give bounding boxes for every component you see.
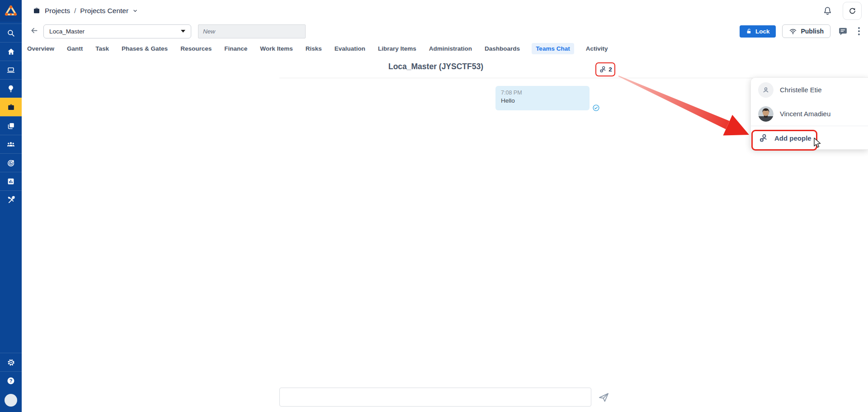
tab-overview[interactable]: Overview	[26, 43, 55, 54]
tab-bar: Overview Gantt Task Phases & Gates Resou…	[22, 41, 868, 56]
tab-activity[interactable]: Activity	[585, 43, 609, 54]
sidebar-item-goals[interactable]	[0, 153, 22, 172]
chat-title: Loca_Master (JYSCTF53)	[279, 62, 592, 71]
comment-icon	[838, 26, 848, 37]
reports-icon	[7, 177, 15, 185]
breadcrumb-section[interactable]: Projects	[45, 7, 70, 15]
back-button[interactable]	[29, 26, 39, 37]
sidebar-item-portfolio[interactable]	[0, 116, 22, 135]
tab-evaluation[interactable]: Evaluation	[334, 43, 366, 54]
help-icon: ?	[6, 376, 15, 385]
sidebar-item-projects[interactable]	[0, 98, 22, 116]
app-logo[interactable]	[0, 0, 22, 22]
breadcrumb-separator: /	[74, 7, 76, 15]
add-people-label: Add people	[774, 134, 811, 142]
member-name: Vincent Amadieu	[780, 110, 830, 118]
tab-teams-chat[interactable]: Teams Chat	[532, 43, 574, 54]
top-right-actions	[822, 2, 862, 20]
cursor-icon	[811, 137, 822, 151]
member-row[interactable]: Vincent Amadieu	[751, 102, 868, 126]
laptop-icon	[6, 66, 15, 75]
sidebar: ?	[0, 0, 22, 412]
sidebar-item-reports[interactable]	[0, 172, 22, 190]
comments-button[interactable]	[838, 26, 848, 37]
tab-finance[interactable]: Finance	[223, 43, 248, 54]
member-avatar-photo	[758, 106, 774, 122]
chat-message-bubble: 7:08 PM Hello	[495, 86, 590, 110]
person-add-icon	[599, 66, 607, 73]
home-icon	[7, 47, 15, 56]
message-delivered-indicator	[592, 104, 600, 114]
tab-dashboards[interactable]: Dashboards	[484, 43, 521, 54]
more-options-button[interactable]	[856, 26, 862, 36]
portfolio-icon	[7, 122, 15, 130]
person-add-icon	[758, 133, 769, 143]
refresh-button[interactable]	[843, 2, 862, 20]
resources-icon	[6, 140, 15, 149]
tab-task[interactable]: Task	[94, 43, 110, 54]
sidebar-item-ideas[interactable]	[0, 79, 22, 98]
sidebar-bottom: ?	[0, 353, 22, 409]
idea-icon	[7, 85, 15, 93]
toolbar-right: Lock Publish	[740, 24, 862, 38]
add-people-button[interactable]: Add people	[751, 126, 868, 150]
tab-library-items[interactable]: Library Items	[377, 43, 417, 54]
sidebar-item-help[interactable]: ?	[0, 371, 22, 390]
sidebar-item-workspace[interactable]	[0, 61, 22, 79]
toolbar: Loca_Master Lock	[22, 22, 868, 41]
new-item-input[interactable]	[198, 24, 306, 38]
chat-members-button[interactable]: 2	[595, 62, 615, 76]
sidebar-user-avatar[interactable]	[0, 394, 22, 407]
lock-icon	[746, 28, 752, 34]
sidebar-item-search[interactable]	[0, 24, 22, 42]
top-bar: Projects / Projects Center	[22, 0, 868, 22]
tab-phases-gates[interactable]: Phases & Gates	[121, 43, 169, 54]
sidebar-item-settings[interactable]	[0, 353, 22, 371]
settings-icon	[7, 358, 15, 367]
project-select-value: Loca_Master	[49, 28, 85, 35]
publish-button-label: Publish	[801, 28, 824, 35]
tab-work-items[interactable]: Work Items	[259, 43, 294, 54]
chat-members-count: 2	[609, 66, 612, 73]
tab-administration[interactable]: Administration	[428, 43, 473, 54]
caret-down-icon	[181, 30, 185, 33]
svg-text:?: ?	[9, 378, 13, 384]
person-icon	[761, 85, 770, 95]
red-arrow-annotation	[613, 71, 754, 138]
send-icon	[598, 391, 610, 403]
tab-risks[interactable]: Risks	[305, 43, 323, 54]
tab-gantt[interactable]: Gantt	[66, 43, 84, 54]
member-avatar-placeholder	[758, 82, 774, 98]
refresh-icon	[848, 7, 857, 15]
avatar	[5, 394, 17, 407]
member-row[interactable]: Christelle Etie	[751, 78, 868, 102]
breadcrumb: Projects / Projects Center	[33, 7, 138, 15]
breadcrumb-page[interactable]: Projects Center	[80, 7, 128, 15]
tab-resources[interactable]: Resources	[179, 43, 212, 54]
sidebar-item-home[interactable]	[0, 42, 22, 61]
lock-button[interactable]: Lock	[740, 25, 776, 38]
wifi-icon	[789, 28, 797, 35]
message-compose-row	[279, 388, 610, 407]
sidebar-item-resources[interactable]	[0, 135, 22, 153]
briefcase-icon	[33, 7, 41, 15]
chevron-down-icon[interactable]	[132, 8, 138, 14]
send-button[interactable]	[598, 391, 610, 403]
members-dropdown-panel: Christelle Etie Vincent Amadieu	[750, 77, 868, 150]
back-icon	[29, 26, 39, 35]
app-root: ? Projects / Projects Center	[0, 0, 868, 412]
kebab-icon	[858, 27, 860, 29]
message-text: Hello	[501, 97, 584, 104]
notifications-button[interactable]	[822, 6, 833, 16]
publish-button[interactable]: Publish	[782, 24, 830, 38]
member-name: Christelle Etie	[780, 86, 822, 94]
message-time: 7:08 PM	[501, 90, 584, 96]
project-select[interactable]: Loca_Master	[43, 24, 191, 38]
lock-button-label: Lock	[755, 28, 770, 35]
portrait-icon	[758, 106, 774, 122]
bell-icon	[822, 6, 833, 16]
sidebar-item-tools[interactable]	[0, 190, 22, 209]
check-circle-icon	[592, 104, 600, 112]
message-input[interactable]	[279, 388, 591, 407]
logo-icon	[5, 5, 17, 17]
